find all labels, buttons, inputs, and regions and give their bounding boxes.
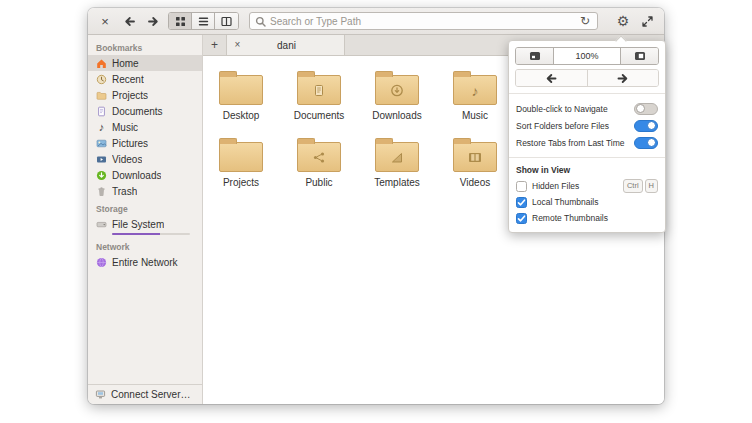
window-close-button[interactable]: × [96, 12, 114, 30]
tab-dani[interactable]: × dani [227, 35, 345, 55]
sidebar-item-label: Trash [112, 186, 137, 197]
toggle-knob [636, 104, 645, 113]
setting-label: Sort Folders before Files [516, 121, 630, 131]
setting-restore-tabs[interactable]: Restore Tabs from Last Time [515, 134, 659, 151]
refresh-icon: ↻ [580, 15, 590, 27]
sidebar-item-music[interactable]: ♪ Music [88, 119, 202, 135]
folder-icon [219, 75, 263, 105]
setting-hidden-files[interactable]: Hidden Files Ctrl H [515, 178, 659, 194]
settings-popover: 100% Double-click to Navigate Sort Folde… [508, 40, 666, 233]
popover-back-button[interactable] [516, 70, 588, 86]
column-view-button[interactable] [215, 13, 238, 29]
sidebar-item-label: Downloads [112, 170, 161, 181]
zoom-in-icon [634, 51, 646, 61]
toggle-switch[interactable] [634, 120, 658, 132]
download-emblem-icon [391, 84, 404, 97]
sidebar-header-network: Network [88, 237, 202, 254]
key-h: H [645, 179, 658, 193]
file-templates[interactable]: Templates [361, 135, 433, 188]
forward-arrow-icon [616, 72, 630, 85]
file-videos[interactable]: Videos [439, 135, 511, 188]
popover-forward-button[interactable] [588, 70, 659, 86]
template-emblem-icon [391, 151, 404, 163]
folder-icon [219, 142, 263, 172]
screenshot-stage: × [0, 0, 752, 423]
sidebar-item-label: Documents [112, 106, 163, 117]
file-label: Videos [460, 177, 490, 188]
list-view-icon [197, 15, 210, 28]
sidebar-item-pictures[interactable]: Pictures [88, 135, 202, 151]
folder-icon [375, 142, 419, 172]
back-arrow-icon [123, 15, 136, 28]
checkbox[interactable] [516, 213, 527, 224]
connect-server-label: Connect Server… [111, 389, 190, 400]
grid-view-button[interactable] [169, 13, 192, 29]
file-label: Music [462, 110, 488, 121]
file-label: Desktop [223, 110, 260, 121]
forward-button[interactable] [144, 12, 162, 30]
video-emblem-icon [468, 152, 482, 163]
maximize-button[interactable] [638, 12, 656, 30]
folder-icon [375, 75, 419, 105]
setting-double-click[interactable]: Double-click to Navigate [515, 100, 659, 117]
folder-icon: ♪ [453, 75, 497, 105]
setting-label: Double-click to Navigate [516, 104, 630, 114]
server-icon [95, 389, 106, 400]
refresh-button[interactable]: ↻ [578, 14, 592, 28]
music-emblem-icon: ♪ [472, 83, 479, 99]
sidebar-item-documents[interactable]: Documents [88, 103, 202, 119]
sidebar-item-home[interactable]: Home [88, 55, 202, 71]
pictures-icon [96, 138, 107, 149]
home-icon [96, 58, 107, 69]
back-arrow-icon [544, 72, 558, 85]
file-documents[interactable]: Documents [283, 68, 355, 121]
grid-view-icon [174, 15, 187, 28]
separator [509, 157, 665, 158]
search-icon [255, 16, 266, 27]
setting-label: Restore Tabs from Last Time [516, 138, 630, 148]
toggle-switch[interactable] [634, 137, 658, 149]
sidebar-item-downloads[interactable]: Downloads [88, 167, 202, 183]
new-tab-button[interactable]: + [203, 35, 227, 55]
file-downloads[interactable]: Downloads [361, 68, 433, 121]
music-icon: ♪ [96, 122, 107, 133]
separator [509, 93, 665, 94]
settings-menu-button[interactable]: ⚙ [614, 12, 632, 30]
file-desktop[interactable]: Desktop [205, 68, 277, 121]
folder-icon [453, 142, 497, 172]
sidebar-item-trash[interactable]: Trash [88, 183, 202, 199]
checkbox[interactable] [516, 197, 527, 208]
tab-label: dani [246, 40, 340, 51]
setting-remote-thumbnails[interactable]: Remote Thumbnails [515, 210, 659, 226]
file-projects[interactable]: Projects [205, 135, 277, 188]
checkbox-label: Remote Thumbnails [532, 213, 658, 223]
file-public[interactable]: Public [283, 135, 355, 188]
sidebar-item-projects[interactable]: Projects [88, 87, 202, 103]
share-emblem-icon [313, 151, 326, 163]
sidebar-item-label: File System [112, 219, 164, 230]
folder-icon [297, 142, 341, 172]
zoom-in-button[interactable] [620, 48, 658, 64]
close-icon: × [235, 40, 241, 50]
sidebar-item-file-system[interactable]: File System [88, 216, 202, 232]
search-input[interactable] [270, 16, 574, 27]
checkbox[interactable] [516, 181, 527, 192]
list-view-button[interactable] [192, 13, 215, 29]
sidebar-item-entire-network[interactable]: Entire Network [88, 254, 202, 270]
sidebar-item-videos[interactable]: Videos [88, 151, 202, 167]
tab-close-button[interactable]: × [231, 39, 244, 52]
sidebar-item-recent[interactable]: Recent [88, 71, 202, 87]
sidebar-item-label: Recent [112, 74, 144, 85]
file-label: Templates [374, 177, 420, 188]
back-button[interactable] [120, 12, 138, 30]
toggle-switch[interactable] [634, 103, 658, 115]
sidebar-item-label: Entire Network [112, 257, 178, 268]
search-bar: ↻ [249, 12, 598, 30]
column-view-icon [220, 15, 233, 28]
setting-sort-folders[interactable]: Sort Folders before Files [515, 117, 659, 134]
file-music[interactable]: ♪ Music [439, 68, 511, 121]
zoom-out-button[interactable] [516, 48, 554, 64]
connect-server-button[interactable]: Connect Server… [88, 384, 202, 404]
downloads-icon [96, 170, 107, 181]
setting-local-thumbnails[interactable]: Local Thumbnails [515, 194, 659, 210]
